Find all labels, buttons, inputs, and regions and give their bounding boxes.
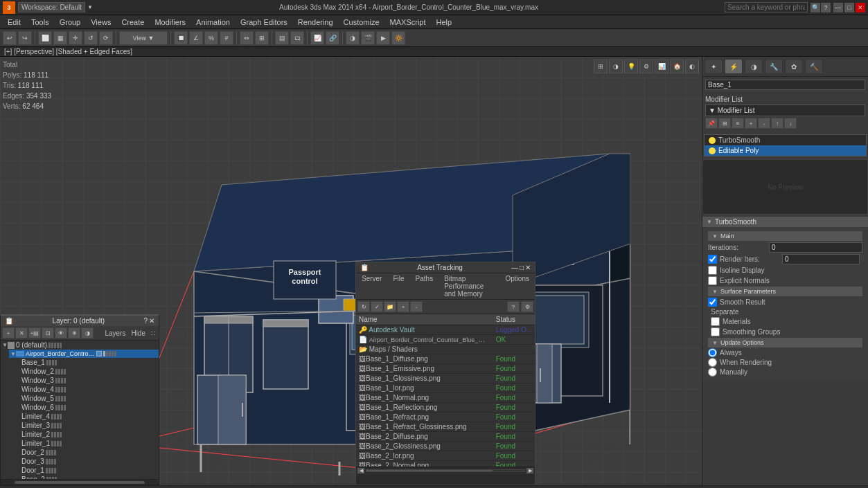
layers-scrollbar[interactable] — [1, 479, 159, 485]
layers-help-btn[interactable]: ? — [143, 317, 148, 325]
asset-max-btn[interactable]: □ — [520, 264, 524, 271]
mod-up-btn[interactable]: ↑ — [771, 118, 783, 129]
layer-item-lim3[interactable]: Limiter_3 — [15, 421, 159, 430]
asset-help-btn[interactable]: ? — [507, 301, 520, 312]
layer-item-w5[interactable]: Window_5 — [15, 394, 159, 403]
asset-scroll-right[interactable]: ▶ — [526, 468, 533, 473]
asset-row-maps[interactable]: 📂 Maps / Shaders — [356, 345, 535, 354]
asset-check-btn[interactable]: ✓ — [371, 301, 383, 312]
layers-close-btn[interactable]: ✕ — [149, 317, 154, 325]
asset-row-file[interactable]: 📄 Airport_Border_Control_Counter_Blue_ma… — [356, 335, 535, 345]
asset-row-8[interactable]: 🖼Base_2_Diffuse.pngFound — [356, 432, 535, 442]
toolbar-render[interactable]: ▶ — [376, 31, 390, 45]
cp-display-icon[interactable]: ✿ — [785, 59, 803, 74]
asset-menu-file[interactable]: File — [387, 273, 409, 299]
menu-graph-editors[interactable]: Graph Editors — [236, 17, 292, 28]
toolbar-layer-mgr[interactable]: ▤ — [275, 31, 289, 45]
toolbar-spinner-snap[interactable]: # — [220, 31, 233, 45]
explicit-normals-checkbox[interactable] — [708, 276, 717, 285]
layer-item-lim2[interactable]: Limiter_2 — [15, 430, 159, 439]
layer-render-btn[interactable]: ◑ — [81, 327, 94, 338]
layer-new-btn[interactable]: + — [2, 327, 15, 338]
asset-row-4[interactable]: 🖼Base_1_Normal.pngFound — [356, 393, 535, 403]
layer-item-base1[interactable]: Base_1 — [15, 358, 159, 367]
layer-select-btn[interactable]: ⊡ — [42, 327, 54, 338]
render-iters-input[interactable] — [782, 254, 860, 264]
cp-motion-icon[interactable]: 🔧 — [765, 59, 783, 74]
layer-item-w4[interactable]: Window_4 — [15, 385, 159, 394]
viewport-scene-btn[interactable]: 🏠 — [670, 60, 684, 73]
mod-down-btn[interactable]: ↓ — [784, 118, 797, 129]
toolbar-snap-toggle[interactable]: 🔲 — [174, 31, 188, 45]
menu-animation[interactable]: Animation — [191, 17, 235, 28]
asset-row-5[interactable]: 🖼Base_1_Reflection.pngFound — [356, 403, 535, 413]
menu-rendering[interactable]: Rendering — [293, 17, 338, 28]
menu-maxscript[interactable]: MAXScript — [385, 17, 431, 28]
asset-collapse-btn[interactable]: - — [410, 301, 423, 312]
toolbar-select[interactable]: ⬜ — [38, 31, 52, 45]
toolbar-align[interactable]: ⊞ — [255, 31, 269, 45]
menu-tools[interactable]: Tools — [26, 17, 54, 28]
cp-modify-icon[interactable]: ⚡ — [725, 59, 743, 74]
layer-item-default[interactable]: ▼ 0 (default) — [1, 341, 159, 350]
toolbar-select-region[interactable]: ▦ — [53, 31, 67, 45]
render-iters-checkbox[interactable] — [708, 255, 717, 264]
layer-add-obj-btn[interactable]: +▤ — [28, 327, 41, 338]
manually-radio[interactable] — [708, 368, 717, 377]
surface-params-header[interactable]: Surface Parameters — [708, 287, 862, 296]
materials-checkbox[interactable] — [711, 317, 720, 326]
layer-item-w2[interactable]: Window_2 — [15, 367, 159, 376]
toolbar-angle-snap[interactable]: ∠ — [189, 31, 203, 45]
mod-show-all-btn[interactable]: ≡ — [732, 118, 744, 129]
maximize-button[interactable]: □ — [844, 3, 854, 12]
viewport-mat-btn[interactable]: ◐ — [685, 60, 699, 73]
asset-row-1[interactable]: 🖼Base_1_Emissive.pngFound — [356, 364, 535, 374]
search-input[interactable] — [725, 2, 808, 12]
minimize-button[interactable]: — — [833, 3, 843, 12]
asset-row-0[interactable]: 🖼Base_1_Diffuse.pngFound — [356, 354, 535, 364]
layer-item-door2[interactable]: Door_2 — [15, 448, 159, 457]
asset-row-vault[interactable]: 🔑 Autodesk Vault Logged O... — [356, 325, 535, 335]
layer-hide-btn[interactable]: 👁 — [55, 327, 67, 338]
asset-settings-btn[interactable]: ⚙ — [521, 301, 533, 312]
menu-views[interactable]: Views — [86, 17, 116, 28]
viewport-lighting-btn[interactable]: 💡 — [624, 60, 638, 73]
always-radio[interactable] — [708, 348, 717, 357]
toolbar-scale[interactable]: ⟳ — [99, 31, 113, 45]
layer-item-lim1[interactable]: Limiter_1 — [15, 439, 159, 448]
viewport[interactable]: Total Polys: 118 111 Tris: 118 111 Edges… — [0, 57, 702, 485]
toolbar-percent-snap[interactable]: % — [204, 31, 218, 45]
toolbar-ref-coord[interactable]: View ▼ — [119, 31, 168, 45]
viewport-options-btn[interactable]: ⚙ — [639, 60, 653, 73]
asset-menu-options[interactable]: Options — [500, 273, 535, 299]
object-name-input[interactable] — [705, 80, 865, 90]
maximize-viewport-btn[interactable]: ⊞ — [594, 60, 608, 73]
iterations-input[interactable] — [769, 242, 862, 253]
asset-scrollbar[interactable]: ◀ ▶ — [356, 467, 535, 473]
menu-group[interactable]: Group — [55, 17, 86, 28]
asset-row-2[interactable]: 🖼Base_1_Glossiness.pngFound — [356, 374, 535, 383]
toolbar-activeshade[interactable]: 🔆 — [391, 31, 405, 45]
update-opts-header[interactable]: Update Options — [708, 338, 862, 347]
close-button[interactable]: ✕ — [856, 3, 865, 12]
asset-menu-paths[interactable]: Paths — [410, 273, 439, 299]
asset-scroll-left[interactable]: ◀ — [357, 468, 364, 473]
asset-min-btn[interactable]: — — [511, 264, 518, 271]
menu-customize[interactable]: Customize — [339, 17, 384, 28]
modifier-editable-poly[interactable]: Editable Poly — [705, 145, 866, 156]
mod-pin-btn[interactable]: 📌 — [705, 118, 718, 129]
when-rendering-radio[interactable] — [708, 358, 717, 367]
toolbar-redo[interactable]: ↪ — [18, 31, 32, 45]
mod-remove-btn[interactable]: - — [758, 118, 770, 129]
turbossmooth-header[interactable]: TurboSmooth — [702, 217, 868, 227]
asset-menu-server[interactable]: Server — [356, 273, 387, 299]
asset-refresh-btn[interactable]: ↻ — [357, 301, 370, 312]
viewport-stats-btn[interactable]: 📊 — [655, 60, 668, 73]
asset-row-3[interactable]: 🖼Base_1_lor.pngFound — [356, 383, 535, 393]
layer-freeze-btn[interactable]: ❄ — [68, 327, 80, 338]
toolbar-rotate[interactable]: ↺ — [84, 31, 98, 45]
layer-item-w6[interactable]: Window_6 — [15, 403, 159, 412]
smoothing-groups-checkbox[interactable] — [711, 327, 720, 336]
asset-menu-bitmap[interactable]: Bitmap Performance and Memory — [439, 273, 499, 299]
workspace-dropdown[interactable]: ▼ — [87, 4, 93, 10]
